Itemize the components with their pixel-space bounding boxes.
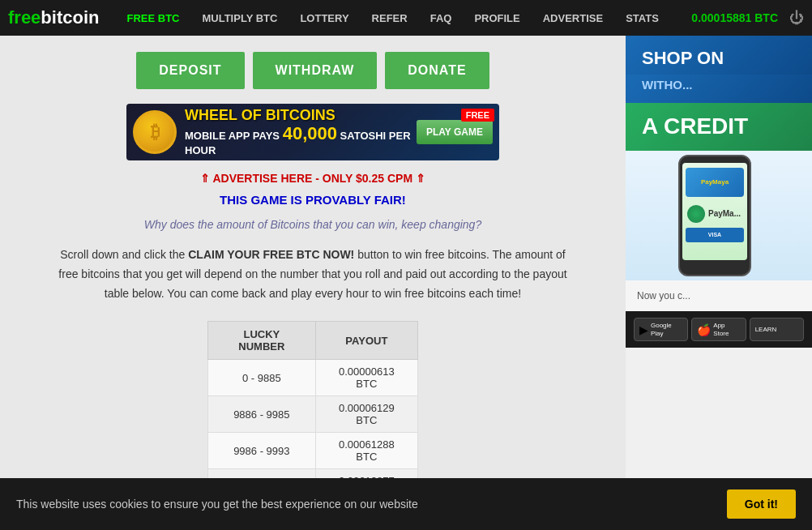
col-lucky-number: LUCKY NUMBER <box>208 322 316 360</box>
action-buttons: DEPOSIT WITHDRAW DONATE <box>24 52 601 89</box>
nav-profile[interactable]: PROFILE <box>463 0 531 36</box>
brand-bitcoin: bitcoin <box>41 7 99 28</box>
phone-screen: PayMaya PayMa... VISA <box>682 163 747 260</box>
wob-play-button[interactable]: PLAY GAME <box>417 120 493 144</box>
wob-coin-icon: ₿ <box>133 110 177 154</box>
wob-banner[interactable]: ₿ WHEEL OF BITCOINS MOBILE APP PAYS 40,0… <box>126 104 499 160</box>
nav-links: FREE BTC MULTIPLY BTC LOTTERY REFER FAQ … <box>115 0 691 36</box>
paymaya-text: PayMa... <box>708 209 741 218</box>
wob-amount: 40,000 <box>283 123 337 143</box>
lucky-number-cell: 9986 - 9993 <box>208 433 316 469</box>
sidebar-store-buttons: ▶ Google Play 🍎 App Store LEARN <box>626 311 812 348</box>
donate-button[interactable]: DONATE <box>385 52 489 89</box>
wob-free-badge: FREE <box>461 109 494 122</box>
wob-subtitle: MOBILE APP PAYS 40,000 SATOSHI PER HOUR <box>185 123 417 156</box>
provably-fair: THIS GAME IS PROVABLY FAIR! <box>24 193 601 207</box>
wob-text: WHEEL OF BITCOINS MOBILE APP PAYS 40,000… <box>185 108 417 157</box>
payout-cell: 0.00061288 BTC <box>315 433 417 469</box>
nav-lottery[interactable]: LOTTERY <box>288 0 360 36</box>
sidebar-credit-text: A CREDIT <box>642 114 748 139</box>
withdraw-button[interactable]: WITHDRAW <box>253 52 378 89</box>
nav-stats[interactable]: STATS <box>614 0 670 36</box>
sidebar-banner: SHOP ON WITHO... A CREDIT PayMaya PayMa.… <box>626 36 812 348</box>
google-play-label: Google Play <box>651 322 682 337</box>
apple-icon: 🍎 <box>697 323 711 336</box>
table-row: 0 - 98850.00000613 BTC <box>208 360 418 396</box>
lucky-number-cell: 9886 - 9985 <box>208 396 316 433</box>
nav-multiply-btc[interactable]: MULTIPLY BTC <box>190 0 288 36</box>
sidebar-phone-image: PayMaya PayMa... VISA <box>626 151 812 280</box>
paymaya-logo-area: PayMa... <box>682 202 747 226</box>
claim-text: CLAIM YOUR FREE BTC NOW! <box>188 248 354 261</box>
cookie-message: This website uses cookies to ensure you … <box>16 498 418 511</box>
deposit-button[interactable]: DEPOSIT <box>136 52 244 89</box>
content-area: DEPOSIT WITHDRAW DONATE ₿ WHEEL OF BITCO… <box>0 36 626 530</box>
main-container: DEPOSIT WITHDRAW DONATE ₿ WHEEL OF BITCO… <box>0 36 812 530</box>
learn-more-label: LEARN <box>755 326 777 334</box>
sidebar-shop-header: SHOP ON <box>626 36 812 75</box>
description-text: Scroll down and click the CLAIM YOUR FRE… <box>53 246 572 303</box>
learn-more-button[interactable]: LEARN <box>750 318 804 341</box>
payout-cell: 0.00006129 BTC <box>315 396 417 433</box>
lucky-number-cell: 0 - 9885 <box>208 360 316 396</box>
wob-title: WHEEL OF BITCOINS <box>185 108 417 124</box>
table-row: 9986 - 99930.00061288 BTC <box>208 433 418 469</box>
why-question: Why does the amount of Bitcoins that you… <box>24 218 601 231</box>
google-play-button[interactable]: ▶ Google Play <box>634 318 688 341</box>
navbar: freebitcoin FREE BTC MULTIPLY BTC LOTTER… <box>0 0 812 36</box>
why-question-link[interactable]: Why does the amount of Bitcoins that you… <box>144 218 481 231</box>
brand-logo[interactable]: freebitcoin <box>8 7 99 28</box>
nav-faq[interactable]: FAQ <box>419 0 464 36</box>
app-store-button[interactable]: 🍎 App Store <box>691 318 746 341</box>
sidebar: SHOP ON WITHO... A CREDIT PayMaya PayMa.… <box>626 36 812 530</box>
visa-card: VISA <box>686 228 744 242</box>
cookie-banner: This website uses cookies to ensure you … <box>0 478 812 530</box>
phone-card: PayMaya <box>686 168 744 197</box>
sidebar-now-you: Now you c... <box>626 280 812 311</box>
payout-cell: 0.00000613 BTC <box>315 360 417 396</box>
sidebar-without: WITHO... <box>626 75 812 103</box>
paymaya-circle-icon <box>687 205 705 223</box>
description-part1: Scroll down and click the <box>60 248 188 261</box>
app-store-label: App Store <box>713 322 740 337</box>
nav-refer[interactable]: REFER <box>361 0 419 36</box>
nav-advertise[interactable]: ADVERTISE <box>532 0 614 36</box>
google-play-icon: ▶ <box>639 323 648 336</box>
balance-display: 0.00015881 BTC <box>691 11 778 24</box>
sidebar-credit-box: A CREDIT <box>626 103 812 151</box>
brand-free: free <box>8 7 41 28</box>
power-icon[interactable]: ⏻ <box>789 10 804 27</box>
col-payout: PAYOUT <box>315 322 417 360</box>
cookie-got-it-button[interactable]: Got it! <box>727 489 796 519</box>
nav-free-btc[interactable]: FREE BTC <box>115 0 190 36</box>
phone-mockup: PayMaya PayMa... VISA <box>678 155 751 276</box>
table-row: 9886 - 99850.00006129 BTC <box>208 396 418 433</box>
advertise-line: ⇑ ADVERTISE HERE - ONLY $0.25 CPM ⇑ <box>24 172 601 185</box>
